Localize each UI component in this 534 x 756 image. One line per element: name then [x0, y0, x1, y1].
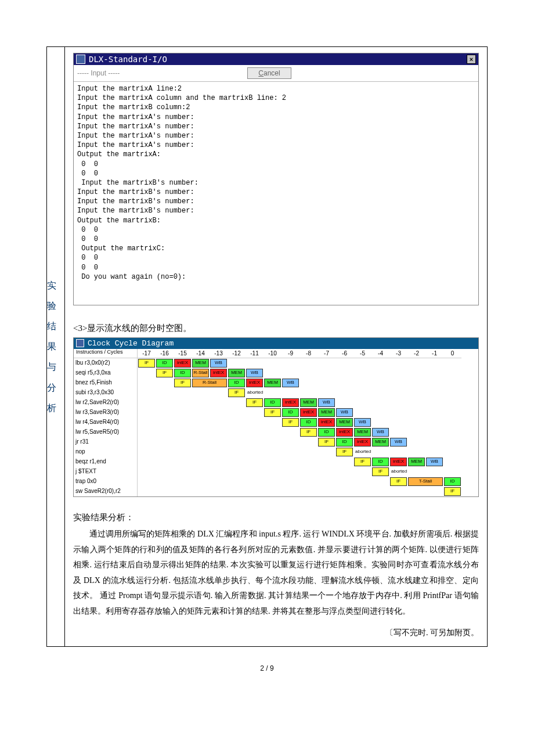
ccd-cell: [138, 427, 156, 437]
ccd-cell: [192, 467, 210, 477]
ccd-cell: [210, 417, 228, 427]
ccd-cell: IF: [228, 388, 246, 398]
ccd-cell: IF: [443, 487, 461, 496]
ccd-cell: [264, 388, 282, 398]
ccd-cell: IF: [282, 417, 300, 427]
ccd-cell: ID: [300, 417, 317, 427]
ccd-cell: [425, 378, 443, 388]
ccd-cell: [264, 368, 282, 378]
cancel-button[interactable]: Cancel: [247, 67, 291, 79]
ccd-cell: ID: [443, 477, 461, 487]
ccd-cell: [407, 358, 425, 368]
ccd-cell: [443, 398, 461, 408]
ccd-cell: [138, 398, 156, 408]
close-icon[interactable]: ×: [467, 55, 476, 64]
ccd-cell: [300, 358, 317, 368]
ccd-stage-id: ID: [336, 438, 353, 447]
ccd-cell: intEX: [282, 398, 300, 408]
ccd-cell: [138, 368, 156, 378]
ccd-cell: [407, 467, 425, 477]
ccd-cell: [210, 378, 228, 388]
ccd-cell: [210, 477, 228, 487]
ccd-instruction: lw r3,SaveR3(r0): [74, 408, 138, 417]
ccd-cell: [264, 417, 282, 427]
ccd-cell: [335, 477, 353, 487]
ccd-instruction: lbu r3,0x0(r2): [74, 358, 138, 368]
ccd-cell: [353, 467, 371, 477]
ccd-cell: intEX: [317, 417, 335, 427]
ccd-cell: [174, 447, 192, 457]
ccd-cell: [353, 477, 371, 487]
ccd-cell: [138, 477, 156, 487]
ccd-cell: [353, 487, 371, 496]
ccd-stage-intex: intEX: [336, 428, 353, 437]
ccd-stage-wb: WB: [354, 418, 371, 427]
ccd-stage-id: ID: [372, 458, 389, 466]
ccd-cell: [282, 368, 300, 378]
ccd-cell: [156, 477, 174, 487]
ccd-cell: [371, 398, 389, 408]
ccd-cell: [228, 417, 246, 427]
clock-cycle-diagram: Clock Cycle Diagram Instructions / Cycle…: [73, 337, 479, 497]
ccd-instruction: beqz r1,end: [74, 457, 138, 467]
ccd-stage-intex: intEX: [300, 408, 317, 417]
ccd-stage-wb: WB: [336, 408, 353, 417]
ccd-cycle-header: -9: [282, 349, 300, 358]
ccd-cell: [353, 408, 371, 417]
ccd-instruction: lw r4,SaveR4(r0): [74, 417, 138, 427]
ccd-cell: [407, 417, 425, 427]
io-window-icon: [76, 55, 85, 64]
ccd-cell: [371, 408, 389, 417]
ccd-cell: [228, 437, 246, 447]
ccd-cell: [425, 358, 443, 368]
ccd-cell: [407, 368, 425, 378]
ccd-stage-if: IF: [228, 388, 245, 397]
content: DLX-Standard-I/O × ----- Input ----- Can…: [65, 47, 487, 646]
io-window-titlebar[interactable]: DLX-Standard-I/O ×: [74, 53, 478, 65]
io-window: DLX-Standard-I/O × ----- Input ----- Can…: [73, 53, 479, 305]
ccd-stage-if: IF: [174, 379, 191, 387]
ccd-stage-if: IF: [138, 359, 155, 368]
ccd-titlebar[interactable]: Clock Cycle Diagram: [74, 338, 478, 349]
ccd-cell: WB: [335, 408, 353, 417]
ccd-cell: [317, 487, 335, 496]
ccd-cell: ID: [156, 358, 174, 368]
ccd-cell: [300, 457, 317, 467]
ccd-cycle-header: -5: [353, 349, 371, 358]
ccd-stage-if: IF: [390, 477, 407, 486]
ccd-stage-wb: WB: [318, 398, 335, 407]
ccd-stage-intex: intEX: [390, 458, 407, 466]
ccd-cell: [192, 437, 210, 447]
ccd-cycle-header: -7: [317, 349, 335, 358]
ccd-cell: [300, 388, 317, 398]
ccd-cell: [138, 457, 156, 467]
ccd-grid: Instructions / Cycles-17-16-15-14-13-12-…: [74, 349, 478, 496]
ccd-cell: ID: [371, 457, 389, 467]
ccd-cell: [443, 417, 461, 427]
ccd-cell: [282, 457, 300, 467]
ccd-cell: [192, 447, 210, 457]
ccd-cell: [335, 368, 353, 378]
ccd-cell: [156, 427, 174, 437]
ccd-cell: MEM: [192, 358, 210, 368]
ccd-cell: [389, 417, 407, 427]
ccd-stage-mem: MEM: [264, 379, 281, 387]
ccd-cell: [246, 427, 264, 437]
ccd-cell: [335, 398, 353, 408]
ccd-stage-id: ID: [228, 379, 245, 387]
ccd-cell: [264, 358, 282, 368]
ccd-instruction: jr r31: [74, 437, 138, 447]
ccd-cell: WB: [389, 437, 407, 447]
ccd-cell: [443, 447, 461, 457]
ccd-stage-r-stall: R-Stall: [192, 369, 209, 377]
ccd-cell: [282, 427, 300, 437]
ccd-cell: WB: [210, 358, 228, 368]
ccd-cell: [246, 467, 264, 477]
ccd-cell: [192, 408, 210, 417]
ccd-cell: ID: [174, 368, 192, 378]
ccd-cell: [156, 378, 174, 388]
ccd-cell: [317, 467, 335, 477]
ccd-cell: [335, 457, 353, 467]
ccd-cell: [300, 447, 317, 457]
ccd-cell: [174, 408, 192, 417]
